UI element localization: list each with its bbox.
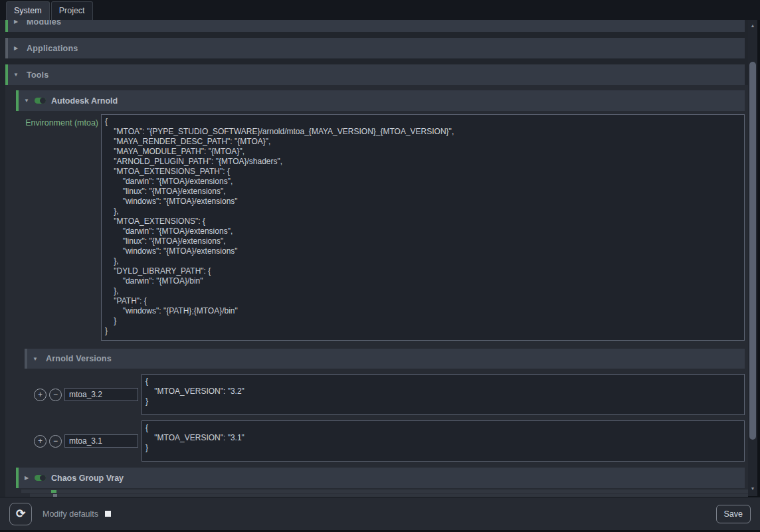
vray-enabled-toggle[interactable] xyxy=(35,475,46,481)
section-header-applications[interactable]: ▶ Applications xyxy=(5,38,745,58)
section-title-tools: Tools xyxy=(27,70,48,80)
chevron-right-icon: ▶ xyxy=(23,475,31,481)
remove-version-button[interactable]: − xyxy=(49,389,62,401)
version-json-editor[interactable]: { "MTOA_VERSION": "3.2" } xyxy=(142,374,745,415)
version-name-input[interactable] xyxy=(64,388,138,401)
chevron-right-icon: ▶ xyxy=(12,45,20,51)
section-header-arnold-versions[interactable]: ▼ Arnold Versions xyxy=(25,349,745,369)
section-title-autodesk-arnold: Autodesk Arnold xyxy=(51,96,118,106)
section-title-applications: Applications xyxy=(27,44,78,53)
refresh-icon: ⟳ xyxy=(16,507,25,521)
scrollbar-thumb[interactable] xyxy=(749,62,756,440)
next-section-clipped xyxy=(21,489,748,493)
refresh-button[interactable]: ⟳ xyxy=(9,503,32,525)
settings-scroll-area: ▶ Modules ▶ Applications ▼ Tools ▼ xyxy=(0,20,748,497)
modify-defaults-label: Modify defaults xyxy=(43,509,98,519)
section-title-arnold-versions: Arnold Versions xyxy=(46,354,112,363)
chevron-down-icon: ▼ xyxy=(12,72,20,78)
save-button[interactable]: Save xyxy=(716,505,751,523)
environment-row: Environment (mtoa) { "MTOA": "{PYPE_STUD… xyxy=(16,114,745,341)
footer-bar: ⟳ Modify defaults Save xyxy=(0,497,760,530)
tab-project[interactable]: Project xyxy=(51,1,93,20)
section-header-autodesk-arnold[interactable]: ▼ Autodesk Arnold xyxy=(16,90,745,111)
add-version-button[interactable]: + xyxy=(34,435,47,448)
environment-json-editor[interactable]: { "MTOA": "{PYPE_STUDIO_SOFTWARE}/arnold… xyxy=(101,114,745,341)
tab-system[interactable]: System xyxy=(6,1,50,20)
version-row: + − { "MTOA_VERSION": "3.2" } xyxy=(34,374,745,415)
chevron-down-icon: ▼ xyxy=(23,98,31,104)
section-header-modules[interactable]: ▶ Modules xyxy=(5,20,745,32)
tab-bar: System Project xyxy=(0,0,760,20)
section-header-chaos-group-vray[interactable]: ▶ Chaos Group Vray xyxy=(16,468,745,488)
scroll-down-arrow-icon[interactable]: ▼ xyxy=(748,484,757,493)
section-autodesk-arnold: ▼ Autodesk Arnold Environment (mtoa) { "… xyxy=(16,90,745,462)
environment-label: Environment (mtoa) xyxy=(16,114,98,128)
tools-section-body: ▼ Autodesk Arnold Environment (mtoa) { "… xyxy=(5,85,748,497)
add-version-button[interactable]: + xyxy=(34,389,47,401)
toggle-knob xyxy=(40,475,46,481)
vertical-scrollbar[interactable]: ▲ ▼ xyxy=(748,20,757,496)
version-row: + − { "MTOA_VERSION": "3.1" } xyxy=(34,420,745,462)
toggle-knob xyxy=(40,98,46,104)
version-json-editor[interactable]: { "MTOA_VERSION": "3.1" } xyxy=(142,420,745,462)
section-applications: ▶ Applications xyxy=(5,38,745,58)
scroll-up-arrow-icon[interactable]: ▲ xyxy=(748,21,757,31)
toggle-top-edge xyxy=(51,490,56,493)
section-header-tools[interactable]: ▼ Tools xyxy=(5,64,745,85)
chevron-right-icon: ▶ xyxy=(12,20,20,25)
remove-version-button[interactable]: − xyxy=(49,435,62,448)
section-title-chaos-group-vray: Chaos Group Vray xyxy=(51,474,124,483)
version-name-input[interactable] xyxy=(64,434,138,448)
scroll-content: ▶ Modules ▶ Applications ▼ Tools ▼ xyxy=(0,20,748,497)
chevron-down-icon: ▼ xyxy=(31,356,39,362)
section-modules: ▶ Modules xyxy=(5,20,745,32)
section-tools: ▼ Tools xyxy=(5,64,745,85)
section-title-modules: Modules xyxy=(27,20,61,27)
modify-defaults-checkbox[interactable] xyxy=(105,511,111,517)
section-chaos-group-vray: ▶ Chaos Group Vray xyxy=(16,468,745,488)
arnold-enabled-toggle[interactable] xyxy=(35,98,46,104)
